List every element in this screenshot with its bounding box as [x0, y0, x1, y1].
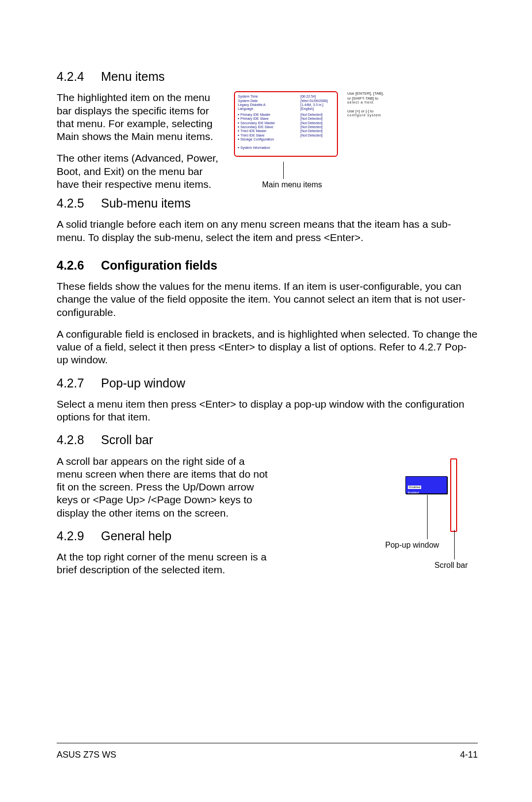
heading-428: 4.2.8Scroll bar: [57, 432, 478, 448]
footer-page-number: 4-11: [460, 749, 478, 761]
heading-title: Menu items: [101, 70, 165, 83]
para-429-1: At the top right corner of the menu scre…: [57, 551, 268, 577]
caption-main-menu: Main menu items: [262, 180, 322, 190]
heading-424: 4.2.4Menu items: [57, 69, 478, 84]
para-424-2: The other items (Advanced, Power, Boot, …: [57, 152, 222, 191]
bios-side-help: Use [ENTER], [TAB], or [SHIFT-TAB] to se…: [347, 91, 416, 118]
caption-scroll: Scroll bar: [434, 560, 474, 570]
heading-num: 4.2.4: [57, 69, 101, 84]
pointer-line: [283, 162, 284, 179]
heading-425: 4.2.5Sub-menu items: [57, 196, 478, 211]
figure-main-menu: System Time[06:22:54] System Date[Wed 01…: [234, 91, 478, 157]
para-425-1: A solid triangle before each item on any…: [57, 218, 478, 244]
figure-popup-scroll: Disabled Enabled Pop-up window Scroll ba…: [288, 460, 478, 588]
caption-popup: Pop-up window: [385, 540, 449, 550]
bios-panel: System Time[06:22:54] System Date[Wed 01…: [234, 91, 338, 157]
para-426-2: A configurable field is enclosed in brac…: [57, 328, 478, 367]
page-footer: ASUS Z7S WS 4-11: [57, 743, 478, 761]
para-426-1: These fields show the values for the men…: [57, 280, 478, 319]
heading-426: 4.2.6Configuration fields: [57, 258, 478, 273]
popup-option-selected: Disabled: [408, 486, 421, 489]
popup-option: Enabled: [408, 491, 445, 494]
pointer-line: [454, 530, 455, 559]
scrollbar-icon: [450, 458, 457, 532]
para-428-1: A scroll bar appears on the right side o…: [57, 455, 268, 520]
heading-427: 4.2.7Pop-up window: [57, 376, 478, 391]
para-427-1: Select a menu item then press <Enter> to…: [57, 398, 478, 424]
heading-429: 4.2.9General help: [57, 528, 268, 544]
popup-window: Disabled Enabled: [405, 476, 447, 494]
para-424-1: The highlighted item on the menu bar dis…: [57, 91, 222, 143]
pointer-line: [427, 495, 428, 539]
footer-left: ASUS Z7S WS: [57, 749, 116, 761]
